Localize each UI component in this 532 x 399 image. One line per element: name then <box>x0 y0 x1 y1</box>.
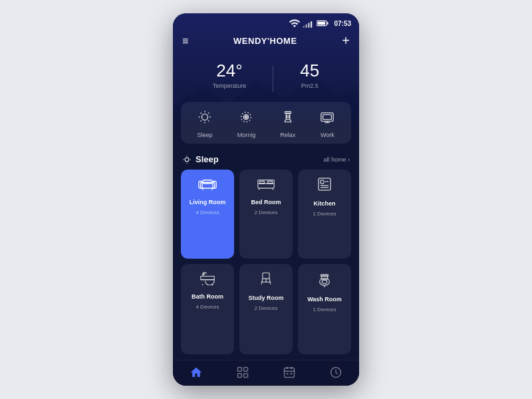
svg-rect-48 <box>244 368 248 372</box>
svg-line-38 <box>261 279 263 285</box>
temperature-value: 24° <box>213 61 247 81</box>
morning-label: Mornig <box>237 132 256 138</box>
svg-rect-49 <box>238 374 242 378</box>
nav-item-clock[interactable] <box>329 366 342 379</box>
svg-line-34 <box>202 284 203 285</box>
nav-item-grid[interactable] <box>236 366 249 379</box>
wifi-icon <box>289 17 301 29</box>
svg-point-10 <box>245 116 248 118</box>
svg-rect-1 <box>306 25 307 28</box>
section-header: Sleep all home › <box>173 150 359 167</box>
battery-icon <box>317 20 329 27</box>
kitchen-devices: 1 Devices <box>313 211 336 217</box>
mode-item-work[interactable]: Work <box>320 110 334 138</box>
rooms-grid: Living Room 4 Devices Bed Room 2 Devices <box>173 167 359 360</box>
sleep-icon <box>198 110 212 128</box>
study-room-name: Study Room <box>249 295 284 301</box>
svg-rect-2 <box>309 23 310 28</box>
temperature-item: 24° Temperature <box>213 61 247 92</box>
weather-divider <box>273 66 273 92</box>
living-room-devices: 4 Devices <box>196 209 219 215</box>
room-card-wash-room[interactable]: Wash Room 1 Devices <box>298 264 351 354</box>
svg-rect-55 <box>287 373 289 375</box>
mode-item-sleep[interactable]: Sleep <box>198 110 213 138</box>
wash-icon <box>317 271 332 292</box>
status-icons <box>289 17 329 29</box>
pm25-label: Pm2.5 <box>300 82 319 89</box>
pm25-item: 45 Pm2.5 <box>300 61 319 92</box>
nav-item-calendar[interactable] <box>283 366 296 379</box>
bath-icon <box>198 271 217 289</box>
grid-nav-icon <box>236 366 249 379</box>
home-nav-icon <box>190 366 203 379</box>
svg-rect-20 <box>203 180 212 184</box>
svg-point-7 <box>201 114 207 120</box>
svg-rect-33 <box>201 276 214 279</box>
phone-container: 07:53 ≡ WENDY'HOME + 24° Temperature 45 … <box>173 13 359 386</box>
mode-item-morning[interactable]: Mornig <box>237 110 256 138</box>
app-title: WENDY'HOME <box>233 36 297 46</box>
svg-rect-23 <box>258 184 275 188</box>
svg-rect-13 <box>287 116 289 118</box>
svg-rect-3 <box>311 21 312 28</box>
room-card-study-room[interactable]: Study Room 2 Devices <box>239 264 293 354</box>
menu-icon[interactable]: ≡ <box>182 35 188 47</box>
weather-section: 24° Temperature 45 Pm2.5 <box>173 54 359 95</box>
room-card-bath-room[interactable]: Bath Room 4 Devices <box>181 264 234 354</box>
svg-rect-25 <box>268 182 273 184</box>
bed-room-devices: 2 Devices <box>254 209 277 215</box>
mode-item-relax[interactable]: Relax <box>280 110 295 138</box>
bed-room-name: Bed Room <box>251 199 281 205</box>
wash-room-name: Wash Room <box>307 296 342 303</box>
svg-rect-5 <box>327 22 329 25</box>
relax-icon <box>281 110 295 128</box>
living-room-name: Living Room <box>190 199 226 205</box>
status-bar: 07:53 <box>173 13 359 31</box>
svg-rect-29 <box>321 180 324 184</box>
wash-room-devices: 1 Devices <box>313 307 336 313</box>
kitchen-name: Kitchen <box>313 200 335 207</box>
svg-point-36 <box>203 273 205 275</box>
svg-rect-47 <box>238 368 242 372</box>
bottom-nav <box>173 360 359 386</box>
all-home-link[interactable]: all home › <box>323 156 350 163</box>
study-icon <box>257 271 275 291</box>
bath-room-devices: 4 Devices <box>196 304 219 310</box>
svg-point-46 <box>322 280 327 284</box>
section-title-icon <box>182 155 192 164</box>
bed-icon <box>257 176 275 195</box>
app-header: ≡ WENDY'HOME + <box>173 31 359 54</box>
mode-card: Sleep Mornig Rela <box>181 102 351 144</box>
work-icon <box>320 110 334 128</box>
room-card-bed-room[interactable]: Bed Room 2 Devices <box>239 170 293 259</box>
work-label: Work <box>321 132 334 138</box>
svg-rect-56 <box>291 373 293 375</box>
svg-line-39 <box>269 279 271 285</box>
svg-rect-6 <box>318 22 326 25</box>
svg-rect-50 <box>244 374 248 378</box>
svg-rect-51 <box>285 368 295 377</box>
room-card-kitchen[interactable]: Kitchen 1 Devices <box>298 170 351 259</box>
nav-item-home[interactable] <box>190 366 203 379</box>
signal-icon <box>303 17 315 29</box>
bath-room-name: Bath Room <box>192 293 223 300</box>
temperature-label: Temperature <box>213 82 247 89</box>
svg-rect-0 <box>303 26 305 28</box>
svg-rect-37 <box>263 273 269 279</box>
svg-rect-24 <box>259 182 264 184</box>
clock-nav-icon <box>329 366 342 379</box>
relax-label: Relax <box>280 132 295 138</box>
kitchen-icon <box>317 176 332 196</box>
svg-point-16 <box>185 158 189 162</box>
sofa-icon <box>198 176 217 195</box>
section-title: Sleep <box>182 154 219 164</box>
morning-icon <box>239 110 253 128</box>
sleep-label: Sleep <box>198 132 213 138</box>
room-card-living-room[interactable]: Living Room 4 Devices <box>181 170 234 259</box>
svg-rect-15 <box>323 114 332 119</box>
status-time: 07:53 <box>334 20 351 27</box>
study-room-devices: 2 Devices <box>254 305 277 311</box>
add-button[interactable]: + <box>342 33 350 49</box>
calendar-nav-icon <box>283 366 296 379</box>
pm25-value: 45 <box>300 61 319 81</box>
